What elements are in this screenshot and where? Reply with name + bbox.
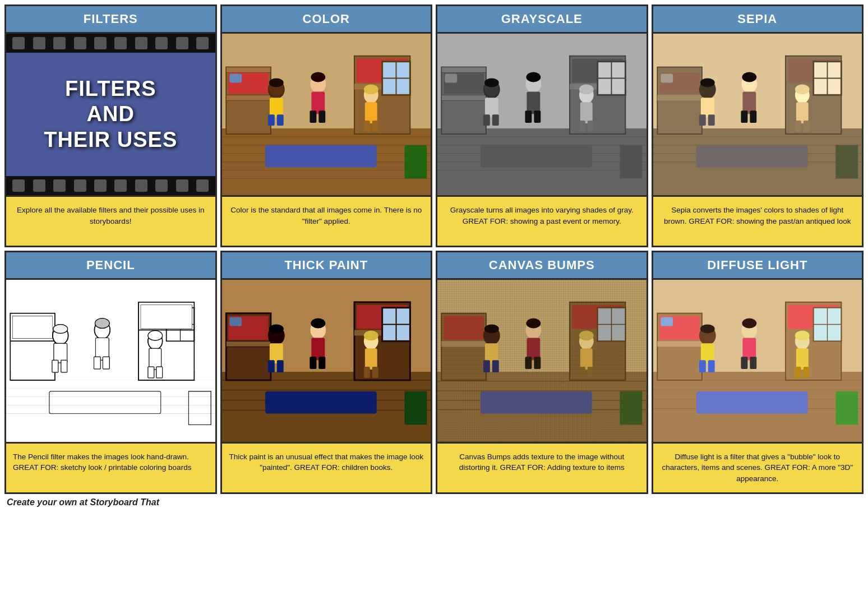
svg-rect-169: [372, 367, 378, 378]
svg-rect-231: [750, 357, 756, 369]
cell-canvasbumps: CANVAS BUMPS: [436, 251, 648, 493]
svg-rect-126: [61, 360, 67, 372]
svg-point-99: [742, 72, 756, 82]
svg-rect-74: [481, 145, 592, 168]
svg-rect-91: [700, 98, 714, 117]
scene-canvasbumps: [437, 280, 647, 441]
svg-rect-84: [661, 74, 673, 83]
desc-pencil: The Pencil filter makes the images look …: [6, 442, 215, 492]
svg-point-237: [795, 331, 809, 341]
svg-point-104: [795, 84, 809, 94]
svg-rect-149: [229, 317, 242, 326]
scene-diffuse: [653, 280, 862, 441]
svg-rect-32: [364, 102, 377, 123]
scene-thickpaint: [222, 280, 431, 441]
svg-rect-21: [267, 114, 274, 126]
svg-point-165: [311, 319, 325, 329]
image-thickpaint: [222, 280, 431, 441]
film-strip-top: [6, 34, 215, 53]
svg-rect-103: [803, 121, 809, 132]
film-strip-bottom: [6, 176, 215, 195]
svg-rect-12: [229, 74, 242, 83]
svg-rect-163: [310, 357, 316, 369]
svg-rect-147: [226, 342, 271, 347]
svg-point-35: [363, 84, 378, 94]
svg-rect-122: [141, 305, 192, 329]
svg-rect-116: [12, 316, 53, 339]
film-hole: [12, 179, 25, 192]
header-color: COLOR: [222, 6, 431, 34]
svg-rect-105: [835, 145, 858, 179]
svg-point-132: [95, 319, 109, 329]
film-hole: [94, 179, 107, 192]
svg-rect-57: [485, 98, 498, 117]
svg-rect-102: [795, 121, 801, 132]
svg-rect-108: [6, 372, 215, 441]
scene-color: [222, 34, 431, 195]
svg-rect-164: [318, 357, 325, 369]
svg-point-67: [526, 72, 541, 82]
scene-pencil: [6, 280, 215, 441]
image-pencil: [6, 280, 215, 441]
desc-sepia: Sepia converts the images' colors to sha…: [653, 195, 862, 246]
film-hole: [53, 37, 66, 49]
svg-rect-225: [699, 360, 705, 372]
svg-rect-131: [103, 357, 109, 369]
svg-rect-82: [657, 95, 702, 100]
scene-canvasbumps-svg: [437, 280, 647, 441]
desc-color: Color is the standard that all images co…: [222, 195, 431, 246]
svg-rect-71: [588, 121, 594, 132]
film-hole: [114, 37, 127, 49]
svg-rect-130: [94, 357, 100, 369]
svg-rect-20: [269, 98, 283, 117]
film-hole: [135, 179, 147, 192]
image-diffuse: [653, 280, 862, 441]
svg-rect-207: [437, 280, 647, 441]
film-cell: FILTERSANDTHEIR USES: [6, 34, 215, 195]
svg-rect-27: [310, 110, 316, 123]
desc-filters: Explore all the available filters and th…: [6, 195, 215, 246]
scene-thickpaint-svg: [222, 280, 431, 441]
row1-grid: FILTERS FILTERSANDTHEIR USES: [4, 4, 864, 247]
svg-rect-230: [741, 357, 747, 369]
film-hole: [196, 179, 209, 192]
desc-canvasbumps: Canvas Bumps adds texture to the image w…: [437, 442, 647, 492]
header-filters: FILTERS: [6, 6, 215, 34]
svg-point-170: [363, 331, 378, 341]
svg-rect-47: [441, 95, 486, 100]
cell-diffuse: DIFFUSE LIGHT: [652, 251, 864, 493]
film-hole: [176, 179, 188, 192]
svg-point-127: [53, 325, 68, 334]
image-sepia: [653, 34, 862, 195]
cell-pencil: PENCIL: [4, 251, 217, 493]
svg-rect-136: [156, 367, 163, 378]
scene-sepia: [653, 34, 862, 195]
svg-point-72: [579, 84, 594, 94]
svg-rect-236: [803, 367, 809, 378]
svg-rect-226: [708, 360, 714, 372]
svg-rect-106: [696, 145, 807, 168]
svg-rect-49: [445, 74, 457, 83]
film-hole: [176, 37, 188, 49]
svg-rect-97: [741, 110, 747, 123]
svg-rect-28: [318, 110, 325, 123]
svg-rect-235: [795, 367, 801, 378]
header-sepia: SEPIA: [653, 6, 862, 34]
cell-thickpaint: THICK PAINT: [220, 251, 433, 493]
svg-point-30: [311, 72, 325, 82]
film-hole: [94, 37, 107, 49]
svg-rect-37: [265, 145, 376, 168]
svg-point-94: [700, 79, 714, 87]
film-hole: [155, 179, 168, 192]
svg-rect-59: [492, 114, 499, 126]
scene-grayscale-svg: [437, 34, 647, 195]
svg-rect-168: [363, 367, 370, 378]
header-pencil: PENCIL: [6, 252, 215, 280]
header-diffuse: DIFFUSE LIGHT: [653, 252, 862, 280]
svg-point-137: [148, 331, 163, 341]
svg-rect-36: [404, 145, 427, 179]
cell-filters: FILTERS FILTERSANDTHEIR USES: [4, 4, 217, 247]
svg-rect-73: [620, 145, 642, 179]
svg-rect-125: [52, 360, 58, 372]
svg-rect-171: [404, 391, 427, 425]
